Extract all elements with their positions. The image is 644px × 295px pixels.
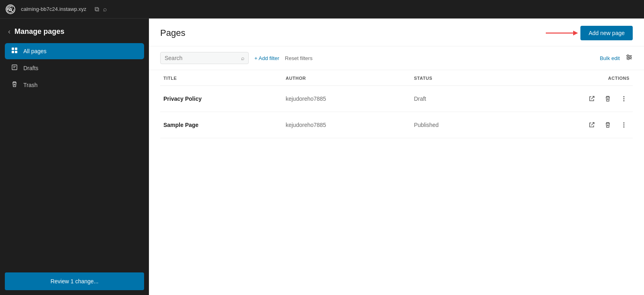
content-header: Pages Add new page	[149, 19, 644, 46]
external-link-action-button[interactable]	[586, 119, 597, 131]
col-actions: ACTIONS	[496, 70, 633, 86]
delete-action-button[interactable]	[602, 119, 613, 131]
svg-rect-2	[12, 48, 14, 50]
trash-icon	[10, 81, 19, 89]
sidebar-header: ‹ Manage pages	[0, 19, 149, 43]
add-new-page-button[interactable]: Add new page	[580, 26, 633, 40]
svg-point-30	[623, 127, 625, 128]
svg-point-16	[627, 55, 629, 56]
delete-action-button[interactable]	[602, 93, 613, 104]
review-changes-button[interactable]: Review 1 change...	[5, 272, 144, 290]
svg-point-22	[623, 96, 625, 98]
pages-table: TITLE AUTHOR STATUS ACTIONS Privacy Poli…	[160, 70, 633, 138]
svg-line-25	[591, 123, 594, 125]
svg-rect-6	[12, 65, 17, 70]
col-status: STATUS	[411, 70, 496, 86]
red-arrow-indicator	[546, 28, 578, 38]
add-new-wrapper: Add new page	[546, 26, 633, 40]
sidebar-item-all-pages[interactable]: All pages	[5, 43, 144, 59]
sidebar-item-drafts[interactable]: Drafts	[5, 60, 144, 76]
svg-line-19	[591, 96, 594, 99]
search-box: ⌕	[160, 52, 249, 64]
col-title: TITLE	[160, 70, 283, 86]
sidebar-nav: All pages Drafts	[0, 43, 149, 268]
top-bar: W calming-bb7c24.instawp.xyz ⧉ ⌕	[0, 0, 644, 19]
trash-label: Trash	[23, 82, 37, 88]
top-bar-icons: ⧉ ⌕	[95, 6, 107, 13]
table-header-row: TITLE AUTHOR STATUS ACTIONS	[160, 70, 633, 86]
svg-point-23	[623, 98, 625, 100]
row-actions	[496, 86, 633, 112]
external-link-icon[interactable]: ⧉	[95, 6, 99, 13]
svg-point-17	[630, 56, 631, 58]
svg-point-24	[623, 100, 625, 102]
row-actions	[496, 112, 633, 138]
svg-point-28	[623, 123, 625, 124]
external-link-action-button[interactable]	[586, 93, 597, 104]
toolbar: ⌕ + Add filter Reset filters Bulk edit	[149, 46, 644, 70]
table-row: Privacy Policy kejudoreho7885 Draft	[160, 86, 633, 112]
svg-rect-3	[15, 48, 17, 50]
svg-point-18	[627, 58, 629, 60]
bulk-edit-button[interactable]: Bulk edit	[600, 55, 620, 61]
svg-marker-12	[573, 31, 578, 35]
row-title: Sample Page	[160, 112, 283, 138]
filter-settings-button[interactable]	[625, 54, 633, 62]
sidebar: ‹ Manage pages All pages	[0, 19, 149, 295]
col-author: AUTHOR	[283, 70, 411, 86]
back-button[interactable]: ‹	[8, 27, 10, 36]
drafts-icon	[10, 64, 19, 72]
all-pages-icon	[10, 47, 19, 55]
wp-logo: W	[5, 4, 16, 15]
sidebar-bottom: Review 1 change...	[0, 268, 149, 295]
drafts-label: Drafts	[23, 65, 38, 71]
row-status: Published	[411, 112, 496, 138]
toolbar-right: Bulk edit	[600, 54, 633, 62]
more-actions-button[interactable]	[618, 93, 630, 104]
row-title: Privacy Policy	[160, 86, 283, 112]
svg-text:W: W	[8, 7, 12, 12]
row-author: kejudoreho7885	[283, 86, 411, 112]
pages-table-container: TITLE AUTHOR STATUS ACTIONS Privacy Poli…	[149, 70, 644, 295]
reset-filters-button[interactable]: Reset filters	[285, 55, 313, 61]
site-url: calming-bb7c24.instawp.xyz	[21, 6, 87, 12]
search-input[interactable]	[165, 55, 238, 61]
page-title: Pages	[160, 28, 185, 38]
search-topbar-icon[interactable]: ⌕	[103, 6, 107, 13]
main-layout: ‹ Manage pages All pages	[0, 19, 644, 295]
table-row: Sample Page kejudoreho7885 Published	[160, 112, 633, 138]
svg-point-29	[623, 125, 625, 126]
row-author: kejudoreho7885	[283, 112, 411, 138]
more-actions-button[interactable]	[618, 119, 630, 131]
svg-rect-5	[15, 51, 17, 53]
all-pages-label: All pages	[23, 48, 47, 54]
sidebar-title: Manage pages	[14, 27, 64, 36]
row-status: Draft	[411, 86, 496, 112]
add-filter-button[interactable]: + Add filter	[254, 55, 279, 61]
sidebar-item-trash[interactable]: Trash	[5, 77, 144, 93]
content-area: Pages Add new page ⌕ + Add filter Reset …	[149, 19, 644, 295]
svg-rect-4	[12, 51, 14, 53]
search-icon[interactable]: ⌕	[241, 55, 244, 61]
